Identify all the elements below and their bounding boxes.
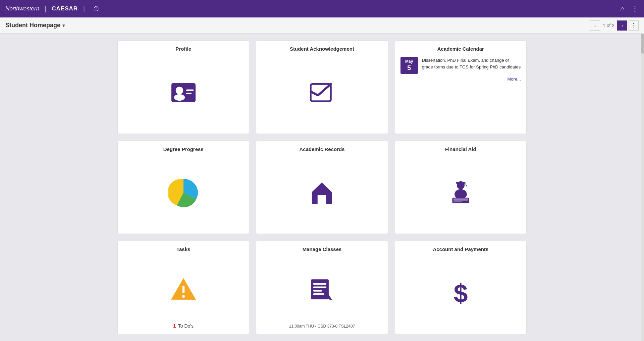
manage-classes-icon [308, 257, 336, 321]
svg-rect-18 [182, 286, 184, 293]
svg-rect-23 [313, 290, 322, 292]
tile-degree-title: Degree Progress [123, 146, 244, 152]
scrollbar-track [641, 34, 644, 341]
chevron-down-icon: ▾ [62, 23, 65, 28]
tile-profile-title: Profile [123, 46, 244, 52]
nav-separator: | [83, 5, 85, 13]
tile-records-title: Academic Records [262, 146, 382, 152]
tile-academic-records[interactable]: Academic Records [256, 141, 388, 234]
tile-payments-title: Account and Payments [400, 246, 521, 252]
svg-rect-3 [186, 89, 194, 91]
tile-tasks-title: Tasks [123, 246, 244, 252]
sub-header: Student Homepage ▾ ‹ 1 of 2 › ⋮ [0, 17, 644, 34]
home-icon[interactable]: ⌂ [620, 4, 625, 13]
page-title: Student Homepage [5, 22, 60, 29]
manage-classes-subtitle: 11:00am THU - CSD 373-0:FSL2407 [289, 324, 355, 329]
tile-financial-aid[interactable]: Financial Aid [395, 141, 527, 234]
page-title-button[interactable]: Student Homepage ▾ [5, 22, 65, 29]
tasks-count: 1 [173, 323, 176, 329]
tile-academic-calendar[interactable]: Academic Calendar May 5 Dissertation, Ph… [395, 40, 527, 134]
tile-acknowledgement-title: Student Acknowledgement [262, 46, 382, 52]
svg-point-2 [174, 94, 185, 101]
tile-manage-classes[interactable]: Manage Classes 11:00am THU - CSD 373-0:F… [256, 241, 388, 334]
svg-rect-20 [311, 279, 329, 299]
svg-rect-4 [186, 93, 192, 94]
calendar-month: May [404, 59, 415, 64]
svg-point-1 [175, 87, 183, 94]
calendar-more-link[interactable]: More... [400, 77, 521, 82]
account-payments-icon: $ [448, 257, 473, 329]
tile-tasks[interactable]: Tasks 1 To Do's [117, 241, 249, 334]
logo-northwestern: Northwestern [5, 5, 39, 12]
calendar-date-badge: May 5 [400, 57, 418, 74]
svg-rect-16 [453, 201, 462, 202]
degree-progress-icon [168, 157, 199, 229]
tile-profile[interactable]: Profile [117, 40, 249, 134]
svg-point-19 [182, 295, 185, 298]
pagination-label: 1 of 2 [603, 23, 614, 28]
tile-financial-title: Financial Aid [400, 146, 521, 152]
calendar-content: May 5 Dissertation, PhD Final Exam, and … [400, 57, 521, 74]
clock-icon[interactable]: ⏱ [93, 5, 100, 13]
nav-right: ⌂ ⋮ [620, 4, 639, 13]
top-navigation: Northwestern | CAESAR | ⏱ ⌂ ⋮ [0, 0, 644, 17]
academic-records-icon [308, 157, 336, 229]
logo-divider: | [45, 5, 46, 13]
prev-page-button[interactable]: ‹ [590, 20, 600, 31]
tile-degree-progress[interactable]: Degree Progress [117, 141, 249, 234]
svg-rect-21 [313, 283, 326, 285]
tasks-warning-icon [170, 257, 197, 320]
svg-rect-8 [318, 195, 326, 204]
tasks-todo-row: 1 To Do's [173, 323, 194, 329]
scrollbar-thumb[interactable] [641, 34, 644, 54]
tile-student-acknowledgement[interactable]: Student Acknowledgement [256, 40, 388, 134]
tile-grid: Profile Student Acknowledgement Academic… [0, 34, 644, 341]
profile-icon [170, 57, 197, 128]
nav-left: Northwestern | CAESAR | ⏱ [5, 5, 100, 13]
pagination-controls: ‹ 1 of 2 › ⋮ [590, 20, 639, 31]
financial-aid-icon [446, 157, 475, 229]
calendar-event-text: Dissertation, PhD Final Exam, and change… [422, 57, 521, 70]
more-options-icon[interactable]: ⋮ [631, 4, 639, 13]
calendar-day: 5 [404, 64, 415, 72]
svg-rect-15 [453, 198, 468, 201]
next-page-button[interactable]: › [617, 20, 627, 31]
tasks-todo-label: To Do's [178, 323, 194, 329]
tile-calendar-title: Academic Calendar [400, 46, 521, 52]
logo-caesar: CAESAR [52, 5, 78, 12]
svg-rect-24 [313, 293, 324, 295]
acknowledgement-icon [309, 57, 335, 128]
svg-marker-7 [312, 183, 332, 192]
svg-rect-22 [313, 287, 326, 288]
sub-header-more-button[interactable]: ⋮ [629, 20, 639, 31]
svg-line-12 [465, 184, 467, 186]
tile-account-payments[interactable]: Account and Payments $ [395, 241, 527, 334]
svg-text:$: $ [453, 280, 468, 306]
tile-manage-title: Manage Classes [262, 246, 382, 252]
